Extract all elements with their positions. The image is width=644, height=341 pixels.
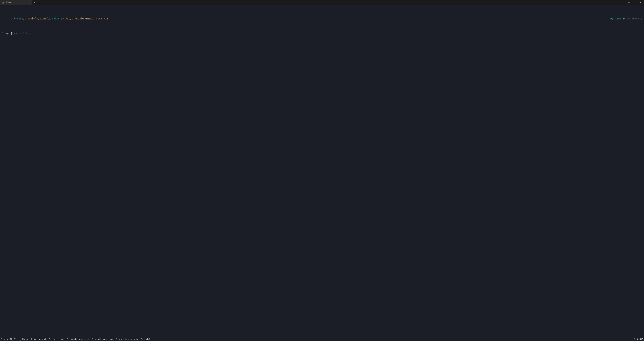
svg-point-8 xyxy=(3,3,4,4)
corner-bl: ╰ xyxy=(2,31,3,35)
tmux-clock: 9:41AM xyxy=(634,338,643,341)
path-sub1: example xyxy=(40,17,50,20)
path-repo: starwhale xyxy=(24,17,38,20)
tmux-window-4[interactable]: 4:zsh xyxy=(39,338,46,341)
typed-command: swcl xyxy=(5,31,11,35)
path-sub2: mnist xyxy=(52,17,60,20)
tmux-window-list: 1:doc-M 2:ipython 3:sw 4:zsh 5:sw-clear … xyxy=(1,338,634,341)
corner-tl: ╭ xyxy=(11,17,12,20)
close-window-button[interactable]: ✕ xyxy=(638,0,643,4)
svg-point-4 xyxy=(3,2,3,2)
tmux-statusbar: 1:doc-M 2:ipython 3:sw 4:zsh 5:sw-clear … xyxy=(0,338,644,341)
new-tab-button[interactable]: + xyxy=(32,0,37,4)
path-sep2: / xyxy=(50,17,52,20)
minimize-button[interactable]: — xyxy=(626,0,632,4)
titlebar: tmux × + ⌄ — ▢ ✕ xyxy=(0,0,644,5)
svg-point-7 xyxy=(2,3,3,4)
prompt-time: 09:40:48 xyxy=(626,17,639,20)
tmux-window-6[interactable]: 6:conda-runtime xyxy=(67,338,90,341)
py-env: base xyxy=(614,17,622,20)
maximize-button[interactable]: ▢ xyxy=(632,0,637,4)
penguin-icon xyxy=(2,1,4,4)
tab-dropdown-button[interactable]: ⌄ xyxy=(37,0,41,4)
path-prefix: ~/code/ xyxy=(14,17,24,20)
py-label: Py xyxy=(610,17,614,20)
git-branch: doc/standalone:main xyxy=(66,17,94,20)
prompt-line-1: ╭ ~/code/starwhale/example/mnist on doc/… xyxy=(2,13,642,24)
svg-point-1 xyxy=(2,2,4,3)
tmux-window-9[interactable]: 9:zsh* xyxy=(141,338,150,341)
tmux-window-1[interactable]: 1:doc-M xyxy=(1,338,12,341)
close-icon[interactable]: × xyxy=(28,1,30,4)
prompt-on: on xyxy=(60,17,66,20)
path-sep1: / xyxy=(38,17,40,20)
corner-tr: ╮ xyxy=(641,17,642,20)
terminal-viewport[interactable]: ╭ ~/code/starwhale/example/mnist on doc/… xyxy=(0,5,644,338)
tmux-window-8[interactable]: 8:runtime-conda xyxy=(116,338,138,341)
tab-tmux[interactable]: tmux × xyxy=(0,0,32,5)
window-controls: — ▢ ✕ xyxy=(626,0,644,4)
git-stat: ↓1↑6 *14 xyxy=(94,17,108,20)
text-cursor: i xyxy=(11,32,12,34)
svg-point-5 xyxy=(3,2,4,2)
tab-title: tmux xyxy=(6,1,26,4)
tmux-window-2[interactable]: 2:ipython xyxy=(14,338,28,341)
tmux-window-7[interactable]: 7:runtime-venv xyxy=(92,338,113,341)
prompt-at: at xyxy=(622,17,626,20)
prompt-line-2: ╰ swcli runtime list xyxy=(2,31,642,35)
tmux-window-3[interactable]: 3:sw xyxy=(30,338,36,341)
autosuggestion: runtime list xyxy=(12,31,32,35)
tmux-window-5[interactable]: 5:sw-clear xyxy=(49,338,64,341)
